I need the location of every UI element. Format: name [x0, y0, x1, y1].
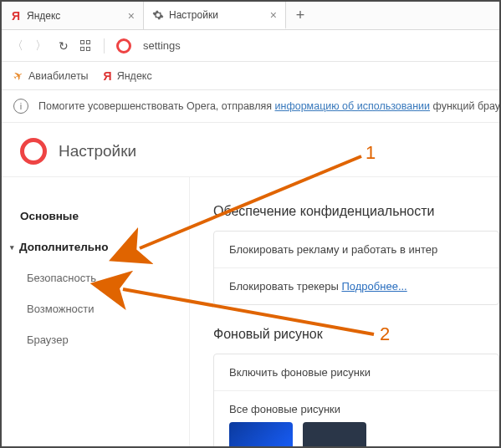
- plane-icon: ✈: [11, 68, 26, 84]
- sidebar-item-advanced[interactable]: ▾ Дополнительно: [2, 232, 189, 262]
- close-icon[interactable]: ×: [128, 10, 135, 22]
- tab-title: Настройки: [169, 9, 265, 21]
- settings-main: Обеспечение конфиденциальности Блокирова…: [190, 177, 499, 448]
- yandex-icon: Я: [10, 10, 22, 22]
- bookmark-label: Авиабилеты: [28, 70, 89, 82]
- speed-dial-icon[interactable]: [80, 40, 92, 52]
- forward-button[interactable]: 〉: [35, 38, 47, 53]
- tab-settings[interactable]: Настройки ×: [144, 2, 286, 29]
- opera-logo: [20, 138, 47, 165]
- nav-bar: 〈 〉 ↻ settings: [2, 30, 499, 62]
- privacy-panel: Блокировать рекламу и работать в интер Б…: [213, 231, 499, 305]
- bookmark-label: Яндекс: [117, 70, 152, 82]
- info-banner: i Помогите усовершенствовать Opera, отпр…: [2, 90, 499, 123]
- back-button[interactable]: 〈: [12, 38, 23, 53]
- wallpaper-panel: Включить фоновые рисунки Все фоновые рис…: [213, 354, 499, 448]
- wallpaper-thumb[interactable]: [303, 422, 366, 448]
- chevron-down-icon: ▾: [10, 243, 14, 252]
- sidebar-item-features[interactable]: Возможности: [2, 293, 189, 324]
- close-icon[interactable]: ×: [270, 9, 277, 21]
- url-field[interactable]: settings: [143, 39, 181, 52]
- gear-icon: [152, 9, 164, 21]
- banner-text: Помогите усовершенствовать Opera, отправ…: [38, 100, 499, 112]
- block-ads-row[interactable]: Блокировать рекламу и работать в интер: [214, 232, 498, 268]
- section-privacy-title: Обеспечение конфиденциальности: [213, 204, 499, 219]
- reload-button[interactable]: ↻: [59, 39, 69, 53]
- sidebar-item-browser[interactable]: Браузер: [2, 324, 189, 355]
- wallpapers-list: [214, 422, 498, 448]
- tab-yandex[interactable]: Я Яндекс ×: [2, 2, 144, 29]
- tab-bar: Я Яндекс × Настройки × +: [2, 2, 499, 30]
- page-title: Настройки: [59, 142, 136, 160]
- settings-sidebar: Основные ▾ Дополнительно Безопасность Во…: [2, 177, 190, 448]
- info-icon: i: [13, 99, 28, 114]
- page-header: Настройки: [2, 123, 499, 177]
- sidebar-item-basic[interactable]: Основные: [2, 201, 189, 232]
- rate-opera-link[interactable]: Оцените Opera: [2, 441, 189, 448]
- sidebar-item-security[interactable]: Безопасность: [2, 262, 189, 293]
- bookmark-yandex[interactable]: Я Яндекс: [104, 69, 152, 83]
- new-tab-button[interactable]: +: [286, 2, 314, 29]
- all-wallpapers-label: Все фоновые рисунки: [214, 391, 498, 422]
- learn-more-link[interactable]: Подробнее...: [341, 280, 406, 293]
- separator: [104, 38, 105, 53]
- enable-wallpapers-row[interactable]: Включить фоновые рисунки: [214, 354, 498, 391]
- tab-title: Яндекс: [27, 10, 123, 22]
- bookmarks-bar: ✈ Авиабилеты Я Яндекс: [2, 62, 499, 90]
- opera-icon: [116, 38, 131, 53]
- banner-link[interactable]: информацию об использовании: [275, 100, 431, 112]
- yandex-icon: Я: [104, 69, 112, 83]
- section-wallpaper-title: Фоновый рисунок: [213, 327, 499, 342]
- block-trackers-row[interactable]: Блокировать трекеры Подробнее...: [214, 268, 498, 304]
- bookmark-aviabilety[interactable]: ✈ Авиабилеты: [13, 69, 89, 83]
- wallpaper-thumb[interactable]: [229, 422, 293, 448]
